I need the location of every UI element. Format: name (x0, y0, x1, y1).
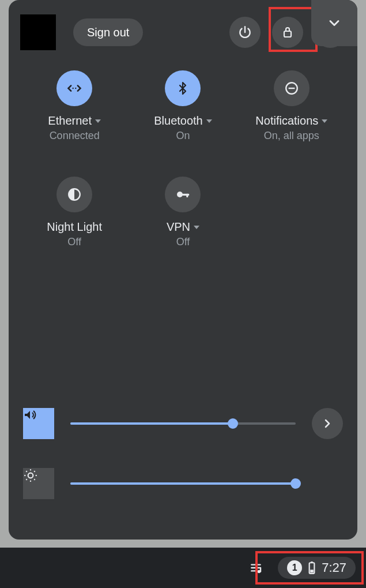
quick-settings-panel: Sign out Ethernet Connected (9, 0, 357, 540)
svg-rect-25 (311, 561, 313, 563)
tile-label: Ethernet (48, 114, 92, 128)
svg-rect-0 (284, 31, 291, 37)
chevron-down-icon (95, 119, 101, 123)
volume-button[interactable] (23, 408, 54, 439)
chevron-right-icon (320, 417, 334, 430)
tile-status: On (176, 130, 190, 142)
svg-point-7 (177, 192, 183, 197)
lock-button[interactable] (272, 17, 303, 48)
shelf: 1 7:27 (0, 548, 366, 588)
svg-point-3 (75, 88, 76, 89)
sign-out-button[interactable]: Sign out (73, 18, 143, 46)
audio-settings-button[interactable] (312, 408, 343, 439)
svg-rect-26 (310, 570, 313, 572)
svg-line-13 (26, 471, 27, 472)
tile-label: VPN (167, 220, 190, 234)
tile-status: Connected (50, 130, 100, 142)
volume-slider[interactable] (70, 422, 296, 425)
chevron-down-icon (326, 15, 342, 31)
brightness-button[interactable] (23, 468, 54, 499)
clock: 7:27 (322, 560, 346, 575)
tile-night-light[interactable]: Night Light Off (20, 177, 129, 248)
volume-icon (23, 408, 37, 422)
notification-count-badge: 1 (287, 560, 302, 575)
tile-status: On, all apps (264, 130, 319, 142)
vpn-key-icon (165, 177, 201, 212)
avatar[interactable] (20, 14, 56, 50)
tile-status: Off (67, 236, 81, 248)
tile-label: Bluetooth (154, 114, 203, 128)
status-tray[interactable]: 1 7:27 (278, 557, 356, 579)
tile-bluetooth[interactable]: Bluetooth On (129, 70, 237, 142)
ethernet-icon (56, 70, 92, 106)
battery-icon (308, 561, 316, 575)
power-icon (237, 25, 252, 40)
brightness-row (23, 468, 343, 499)
bluetooth-icon (165, 70, 201, 106)
svg-point-2 (73, 88, 74, 89)
do-not-disturb-icon (274, 70, 310, 106)
chevron-down-icon (206, 119, 212, 123)
power-button[interactable] (229, 17, 261, 48)
svg-line-18 (34, 471, 35, 472)
tile-network[interactable]: Ethernet Connected (20, 70, 129, 142)
music-queue-icon (249, 560, 264, 575)
panel-header: Sign out (20, 12, 346, 53)
night-light-icon (56, 177, 92, 212)
brightness-icon (23, 468, 38, 483)
svg-line-17 (26, 479, 27, 480)
brightness-slider[interactable] (70, 482, 296, 485)
chevron-down-icon (194, 226, 199, 229)
lock-icon (281, 25, 295, 39)
tile-vpn[interactable]: VPN Off (129, 177, 237, 248)
collapse-button[interactable] (311, 0, 357, 46)
svg-line-14 (34, 479, 35, 480)
tile-label: Notifications (255, 114, 318, 128)
tile-status: Off (176, 236, 190, 248)
quick-settings-grid: Ethernet Connected Bluetooth On Notifica… (20, 70, 346, 248)
chevron-down-icon (322, 119, 327, 123)
tile-label: Night Light (47, 220, 102, 234)
svg-point-10 (28, 473, 33, 478)
sliders-section (23, 408, 343, 499)
media-controls-button[interactable] (244, 556, 269, 580)
svg-rect-9 (187, 194, 188, 197)
volume-row (23, 408, 343, 439)
tile-notifications[interactable]: Notifications On, all apps (237, 70, 346, 142)
